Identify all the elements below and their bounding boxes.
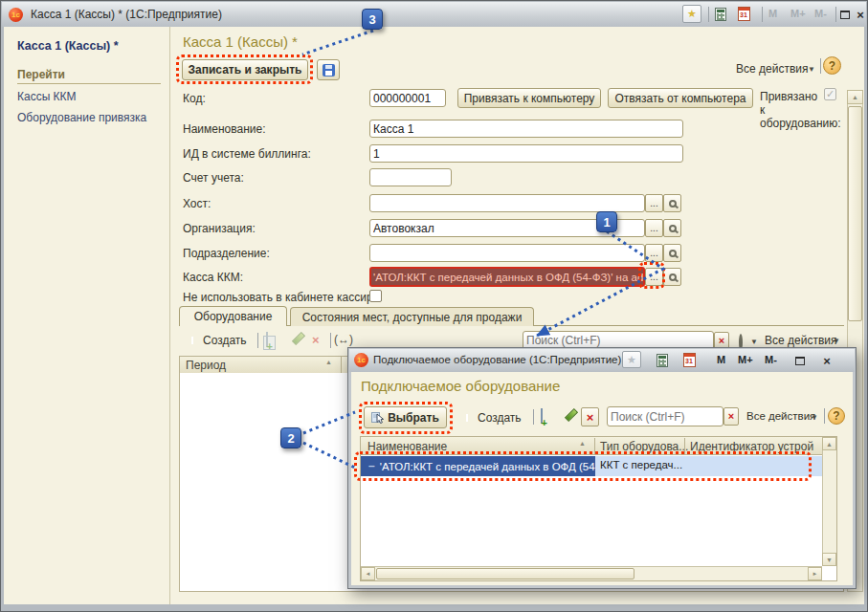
save-button[interactable] (317, 59, 340, 80)
dialog-memory-mplus-button[interactable]: М+ (735, 354, 756, 365)
unbind-computer-button[interactable]: Отвязать от компьютера (608, 88, 753, 108)
dialog-all-actions-button[interactable]: Все действия (746, 410, 815, 422)
dialog-hscroll-thumb[interactable] (376, 568, 634, 579)
calendar-icon: 31 (738, 7, 750, 21)
tab-place-states-label: Состояния мест, доступные для продажи (302, 311, 523, 324)
memory-mminus-button[interactable]: М- (812, 8, 830, 19)
tab-equipment[interactable]: Оборудование (179, 306, 287, 326)
tab-place-states[interactable]: Состояния мест, доступные для продажи (290, 307, 534, 326)
host-ellipsis-button[interactable]: ... (645, 194, 663, 212)
department-ellipsis-button[interactable]: ... (645, 244, 663, 262)
close-button[interactable]: × (851, 6, 868, 24)
form-vscroll-thumb[interactable] (848, 106, 862, 321)
delete-icon[interactable]: × (312, 334, 320, 346)
scroll-down-icon[interactable]: ▼ (822, 553, 836, 566)
dialog-memory-mminus-button[interactable]: М- (762, 354, 780, 365)
maximize-icon (795, 357, 805, 365)
row-name-cell[interactable]: – 'АТОЛ:ККТ с передачей данных в ОФД (54… (361, 456, 595, 476)
dialog-vscrollbar[interactable] (822, 437, 836, 566)
name-input[interactable] (369, 120, 683, 138)
all-actions-button[interactable]: Все действия (736, 62, 808, 76)
organization-label: Организация: (183, 222, 256, 235)
cursor-select-icon (371, 411, 384, 424)
column-period[interactable]: Период (186, 359, 226, 372)
dialog-favorites-button[interactable]: ★ (622, 351, 641, 368)
step-badge-3: 3 (362, 9, 383, 30)
step-badge-2: 2 (280, 427, 301, 448)
dialog-help-button[interactable]: ? (828, 407, 845, 425)
code-label: Код: (183, 92, 206, 105)
scroll-up-icon[interactable]: ▲ (847, 90, 863, 104)
chevron-down-icon: ▼ (808, 65, 815, 74)
dialog-heading: Подключаемое оборудование (361, 378, 560, 394)
sidebar-link-kassy-kkm[interactable]: Кассы ККМ (17, 90, 77, 103)
organization-lookup-button[interactable] (663, 219, 681, 237)
magnifier-icon (669, 250, 677, 257)
calendar-icon: 31 (683, 353, 696, 367)
scroll-right-icon[interactable]: ► (808, 567, 822, 580)
calendar-button[interactable]: 31 (734, 5, 753, 23)
column-type[interactable]: Тип оборудова... (600, 440, 688, 453)
help-button[interactable]: ? (823, 56, 841, 75)
kkm-lookup-button[interactable] (663, 268, 681, 286)
dialog-clear-search-button[interactable]: × (723, 407, 739, 426)
column-name[interactable]: Наименование (367, 440, 447, 453)
favorites-button[interactable]: ★ (682, 5, 701, 23)
create-button[interactable]: Создать (203, 334, 247, 347)
copy-icon[interactable] (266, 332, 268, 347)
not-use-cashier-checkbox[interactable] (369, 290, 382, 302)
memory-mplus-button[interactable]: М+ (788, 8, 809, 19)
app-1c-icon: 1c (9, 8, 23, 22)
select-button[interactable]: Выбрать (364, 406, 447, 428)
account-input[interactable] (369, 168, 452, 186)
code-input[interactable] (369, 89, 446, 107)
scroll-left-icon[interactable]: ◄ (361, 567, 375, 580)
bound-to-equipment-checkbox[interactable]: ✓ (824, 88, 836, 100)
sidebar-title: Касса 1 (Кассы) * (17, 39, 119, 53)
host-lookup-button[interactable] (663, 194, 681, 212)
row-type-text: ККТ с передач... (600, 459, 682, 470)
dialog-search-input[interactable] (607, 406, 723, 426)
sidebar-link-oborudovanie-privyazka[interactable]: Оборудование привязка (17, 111, 146, 124)
organization-ellipsis-button[interactable]: ... (645, 219, 663, 237)
kkm-field[interactable]: 'АТОЛ:ККТ с передачей данных в ОФД (54-Ф… (369, 267, 645, 287)
kkm-ellipsis-button[interactable]: ... (645, 268, 663, 286)
scroll-up-icon[interactable]: ▲ (822, 437, 836, 450)
column-device-id[interactable]: Идентификатор устрой (690, 440, 820, 453)
width-toggle-icon[interactable]: (↔) (334, 333, 353, 346)
dialog-close-button[interactable]: × (817, 352, 836, 370)
calculator-icon (657, 354, 668, 367)
separator (533, 409, 534, 425)
department-lookup-button[interactable] (663, 244, 681, 262)
star-icon: ★ (687, 8, 697, 20)
save-and-close-button[interactable]: Записать и закрыть (182, 59, 308, 80)
calculator-icon (715, 8, 726, 21)
calculator-button[interactable] (711, 5, 730, 23)
table-row[interactable]: – 'АТОЛ:ККТ с передачей данных в ОФД (54… (361, 456, 822, 476)
tab-all-actions-button[interactable]: Все действия (765, 334, 836, 347)
dialog-delete-button[interactable]: × (581, 407, 599, 426)
billing-id-input[interactable] (369, 144, 683, 163)
department-input[interactable] (369, 244, 645, 262)
host-input[interactable] (369, 194, 645, 212)
delete-icon: × (587, 411, 594, 424)
close-icon: × (857, 9, 864, 21)
dialog-create-button[interactable]: Создать (478, 411, 522, 425)
account-label: Счет учета: (183, 171, 244, 185)
app-1c-icon: 1c (354, 353, 368, 367)
memory-m-button[interactable]: М (766, 8, 780, 19)
dash-icon: – (368, 459, 375, 472)
column-divider (684, 438, 685, 454)
copy-icon[interactable] (541, 408, 543, 424)
dialog-calculator-button[interactable] (653, 351, 672, 369)
maximize-icon (840, 11, 850, 19)
sidebar-divider (169, 27, 170, 604)
chevron-down-icon: ▼ (833, 337, 840, 345)
dialog-memory-m-button[interactable]: М (714, 354, 728, 365)
sidebar-section-perejti: Перейти (17, 68, 65, 81)
dialog-calendar-button[interactable]: 31 (679, 351, 699, 369)
bind-computer-button[interactable]: Привязать к компьютеру (457, 88, 601, 108)
dialog-maximize-button[interactable] (790, 352, 810, 370)
name-label: Наименование: (183, 122, 266, 136)
kkm-label: Касса ККМ: (183, 271, 243, 284)
